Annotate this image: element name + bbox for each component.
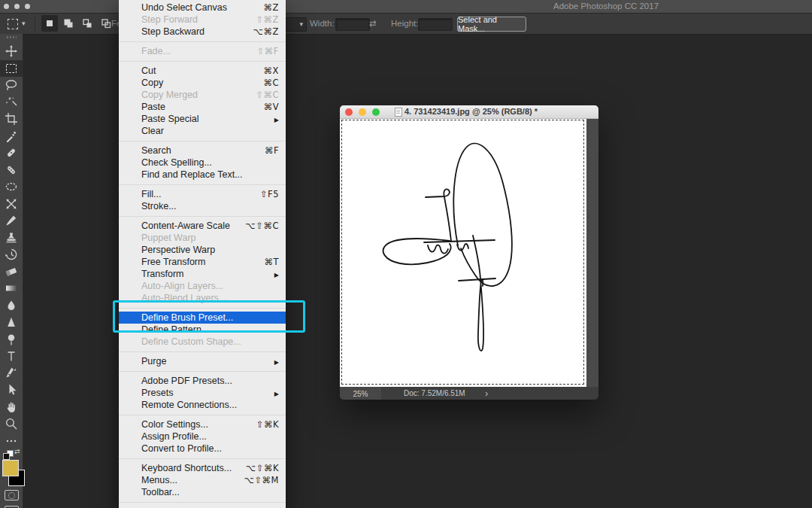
menu-item[interactable]: Menus... ⌥⇧⌘M	[119, 474, 286, 486]
menu-item[interactable]: Step Backward ⌥⌘Z	[119, 26, 286, 38]
foreground-color-swatch[interactable]	[2, 460, 19, 476]
brush-tool-button[interactable]	[0, 212, 23, 230]
zoom-tool-button[interactable]	[0, 415, 23, 433]
width-input[interactable]	[335, 18, 370, 31]
patch-tool-button[interactable]	[0, 178, 23, 196]
menu-item[interactable]: Presets	[119, 387, 286, 399]
dodge-tool-button[interactable]	[0, 331, 23, 348]
menu-item[interactable]: Color Settings... ⇧⌘K	[119, 418, 286, 430]
crop-tool-button[interactable]	[0, 111, 23, 128]
menu-item[interactable]: Undo Select Canvas ⌘Z	[119, 2, 286, 14]
zoom-level-field[interactable]: 25%	[340, 387, 381, 400]
menu-item[interactable]: Clear	[119, 125, 286, 137]
menu-item[interactable]: Convert to Profile...	[119, 443, 286, 455]
menu-item[interactable]: Cut ⌘X	[119, 65, 286, 77]
magic-wand-tool-button[interactable]	[0, 94, 23, 111]
menu-item[interactable]: Paste Special	[119, 113, 286, 125]
menu-item[interactable]: Find and Replace Text...	[119, 169, 286, 181]
menu-separator	[119, 304, 286, 312]
menu-item-label: Presets	[141, 388, 274, 398]
new-selection-button[interactable]	[41, 15, 58, 32]
menu-item[interactable]: Stroke...	[119, 200, 286, 212]
healing-brush-tool-button[interactable]	[0, 162, 23, 179]
content-aware-move-tool-button[interactable]	[0, 196, 23, 213]
lasso-tool-button[interactable]	[0, 77, 23, 94]
path-selection-tool-button[interactable]	[0, 382, 23, 399]
menu-item[interactable]: Transform	[119, 268, 286, 280]
menu-item[interactable]: Perspective Warp	[119, 244, 286, 256]
doc-zoom-button[interactable]	[372, 108, 380, 116]
select-and-mask-button[interactable]: Select and Mask...	[457, 17, 526, 32]
tool-preset-chevron-icon[interactable]: ▾	[22, 14, 26, 34]
height-input[interactable]	[418, 18, 453, 31]
blur-tool-button[interactable]	[0, 297, 23, 315]
menu-item[interactable]: Auto-Blend Layers...	[119, 292, 286, 304]
move-tool-button[interactable]	[0, 43, 23, 60]
menu-item[interactable]: Free Transform ⌘T	[119, 256, 286, 268]
clone-stamp-tool-button[interactable]	[0, 230, 23, 247]
gradient-tool-button[interactable]	[0, 280, 23, 297]
subtract-from-selection-button[interactable]	[79, 15, 95, 32]
doc-minimize-button[interactable]	[359, 108, 366, 116]
window-zoom-button[interactable]	[25, 4, 30, 9]
document-title-bar[interactable]: 4. 731423419.jpg @ 25% (RGB/8) *	[340, 105, 598, 119]
type-tool-button[interactable]	[0, 348, 23, 365]
menu-item[interactable]: Copy Merged ⇧⌘C	[119, 89, 286, 101]
menu-item[interactable]: Fade... ⇧⌘F	[119, 45, 286, 57]
hand-tool-button[interactable]	[0, 399, 23, 416]
menu-item[interactable]: Fill... ⇧F5	[119, 188, 286, 200]
swap-dimensions-icon[interactable]: ⇄	[369, 14, 377, 34]
menu-separator	[119, 57, 286, 65]
menu-item[interactable]: Assign Profile...	[119, 430, 286, 443]
menu-item[interactable]: Define Custom Shape...	[119, 336, 286, 348]
edit-menu: Undo Select Canvas ⌘Z Step Forward ⇧⌘Z S…	[119, 0, 286, 508]
status-chevron-icon[interactable]: ›	[485, 387, 488, 400]
menu-item-label: Step Backward	[141, 26, 253, 37]
lasso-icon	[5, 78, 18, 92]
doc-close-button[interactable]	[345, 108, 353, 116]
rectangular-marquee-tool-button[interactable]	[0, 60, 23, 78]
spot-healing-brush-tool-button[interactable]	[0, 144, 23, 162]
pen-tool-button[interactable]	[0, 365, 23, 382]
menu-item[interactable]: Toolbar...	[119, 486, 286, 498]
menu-item[interactable]: Copy ⌘C	[119, 77, 286, 89]
window-minimize-button[interactable]	[14, 4, 20, 9]
menu-item[interactable]: Check Spelling...	[119, 157, 286, 169]
menu-item[interactable]: Search ⌘F	[119, 144, 286, 157]
menu-item[interactable]: Paste ⌘V	[119, 101, 286, 113]
subtract-from-selection-icon	[80, 17, 94, 30]
tool-preset-marquee-icon[interactable]	[8, 19, 18, 29]
window-close-button[interactable]	[4, 4, 9, 9]
history-brush-tool-button[interactable]	[0, 246, 23, 263]
menu-item[interactable]: Adobe PDF Presets...	[119, 375, 286, 387]
panel-grip[interactable]	[7, 36, 17, 38]
menu-item[interactable]: Define Brush Preset...	[119, 312, 286, 324]
menu-item-label: Copy	[141, 78, 263, 88]
menu-item-label: Keyboard Shortcuts...	[141, 463, 246, 473]
menu-item[interactable]: Content-Aware Scale ⌥⇧⌘C	[119, 220, 286, 232]
pen-icon	[5, 367, 18, 380]
add-to-selection-button[interactable]	[60, 15, 77, 32]
menu-item-shortcut: ⌘Z	[264, 2, 279, 13]
canvas[interactable]	[340, 119, 586, 387]
menu-item-label: Stroke...	[141, 201, 279, 211]
menu-item[interactable]: Auto-Align Layers...	[119, 280, 286, 292]
menu-item[interactable]: Define Pattern...	[119, 324, 286, 336]
options-divider	[451, 17, 452, 31]
quick-mask-icon	[8, 492, 15, 499]
sharpen-tool-button[interactable]	[0, 314, 23, 331]
quick-mask-button[interactable]	[5, 490, 19, 500]
eyedropper-tool-button[interactable]	[0, 128, 23, 145]
menu-item[interactable]: Keyboard Shortcuts... ⌥⇧⌘K	[119, 462, 286, 474]
menu-item[interactable]: Puppet Warp	[119, 232, 286, 244]
menu-item-label: Cut	[141, 65, 264, 76]
swap-colors-icon[interactable]: ⇄	[14, 448, 20, 455]
eraser-tool-button[interactable]	[0, 263, 23, 281]
menu-separator	[119, 137, 286, 144]
menu-item[interactable]: Step Forward ⇧⌘Z	[119, 14, 286, 26]
menu-item[interactable]: Purge	[119, 355, 286, 367]
default-colors-icon[interactable]	[3, 453, 10, 460]
menu-item-shortcut: ⇧⌘C	[256, 90, 279, 100]
edit-toolbar-button[interactable]	[0, 433, 23, 450]
menu-item[interactable]: Remote Connections...	[119, 399, 286, 411]
